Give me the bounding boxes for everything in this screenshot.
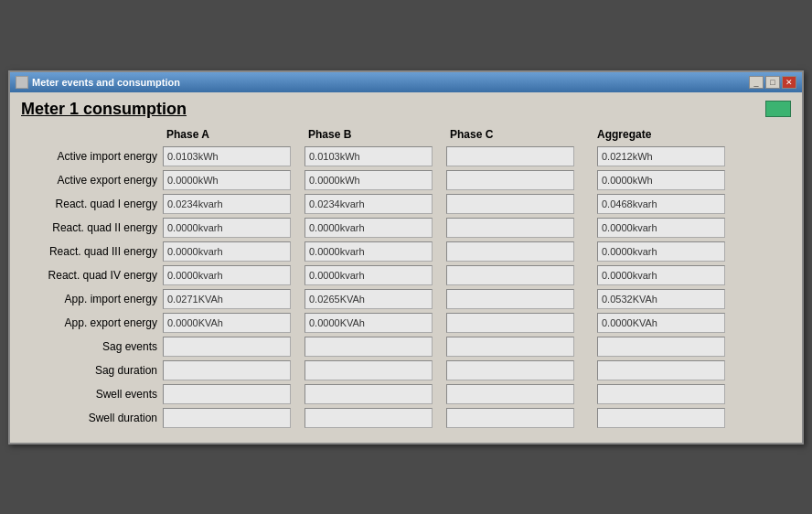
phase-a-input[interactable] bbox=[163, 313, 291, 333]
status-indicator bbox=[765, 101, 791, 117]
aggregate-cell bbox=[588, 313, 791, 333]
phase-b-input[interactable] bbox=[304, 360, 433, 380]
phase-c-input[interactable] bbox=[446, 241, 574, 262]
phase-b-input[interactable] bbox=[304, 384, 433, 404]
phase-c-input[interactable] bbox=[446, 265, 574, 285]
phase-a-header: Phase A bbox=[163, 126, 304, 143]
table-row: Sag events bbox=[21, 337, 791, 357]
row-label: Active export energy bbox=[21, 174, 163, 187]
aggregate-input[interactable] bbox=[597, 360, 725, 380]
phase-a-input[interactable] bbox=[163, 289, 291, 309]
phase-a-cell bbox=[163, 146, 304, 166]
phase-a-input[interactable] bbox=[163, 360, 291, 380]
phase-c-input[interactable] bbox=[446, 360, 574, 380]
phase-a-input[interactable] bbox=[163, 265, 291, 285]
table-row: Active export energy bbox=[21, 170, 791, 190]
phase-b-input[interactable] bbox=[304, 313, 433, 333]
phase-c-cell bbox=[446, 384, 588, 404]
phase-b-cell bbox=[304, 241, 446, 262]
phase-a-input[interactable] bbox=[163, 337, 291, 357]
aggregate-input[interactable] bbox=[597, 289, 725, 309]
aggregate-cell bbox=[588, 146, 791, 166]
main-window: Meter events and consumption _ □ ✕ Meter… bbox=[8, 70, 804, 444]
window-title: Meter events and consumption bbox=[32, 77, 180, 88]
phase-c-input[interactable] bbox=[446, 146, 574, 166]
phase-b-input[interactable] bbox=[304, 170, 433, 190]
phase-b-cell bbox=[304, 313, 446, 333]
phase-b-input[interactable] bbox=[304, 194, 433, 214]
phase-a-cell bbox=[163, 408, 304, 428]
phase-c-input[interactable] bbox=[446, 218, 574, 238]
header-row: Meter 1 consumption bbox=[21, 100, 791, 119]
phase-a-input[interactable] bbox=[163, 408, 291, 428]
phase-c-cell bbox=[446, 360, 588, 380]
minimize-button[interactable]: _ bbox=[749, 76, 764, 89]
phase-b-cell bbox=[304, 360, 446, 380]
phase-b-input[interactable] bbox=[304, 337, 433, 357]
phase-c-input[interactable] bbox=[446, 313, 574, 333]
phase-c-input[interactable] bbox=[446, 289, 574, 309]
aggregate-input[interactable] bbox=[597, 313, 725, 333]
phase-a-input[interactable] bbox=[163, 218, 291, 238]
phase-c-cell bbox=[446, 170, 588, 190]
phase-b-input[interactable] bbox=[304, 241, 433, 262]
aggregate-input[interactable] bbox=[597, 194, 725, 214]
maximize-button[interactable]: □ bbox=[765, 76, 780, 89]
aggregate-cell bbox=[588, 241, 791, 262]
phase-c-input[interactable] bbox=[446, 384, 574, 404]
phase-c-cell bbox=[446, 265, 588, 285]
phase-b-cell bbox=[304, 384, 446, 404]
phase-b-input[interactable] bbox=[304, 146, 433, 166]
phase-a-cell bbox=[163, 194, 304, 214]
phase-a-input[interactable] bbox=[163, 146, 291, 166]
title-bar-left: Meter events and consumption bbox=[16, 76, 180, 89]
row-label: React. quad IV energy bbox=[21, 269, 163, 282]
phase-b-input[interactable] bbox=[304, 408, 433, 428]
row-label: Swell duration bbox=[21, 412, 163, 424]
phase-c-cell bbox=[446, 146, 588, 166]
row-label: App. import energy bbox=[21, 293, 163, 305]
phase-a-input[interactable] bbox=[163, 384, 291, 404]
phase-c-input[interactable] bbox=[446, 408, 574, 428]
close-button[interactable]: ✕ bbox=[782, 76, 796, 89]
phase-b-header: Phase B bbox=[304, 126, 446, 143]
aggregate-input[interactable] bbox=[597, 170, 725, 190]
phase-a-cell bbox=[163, 289, 304, 309]
table-row: React. quad II energy bbox=[21, 218, 791, 238]
phase-b-cell bbox=[304, 289, 446, 309]
rows-container: Active import energy Active export energ… bbox=[21, 146, 791, 428]
phase-b-input[interactable] bbox=[304, 289, 433, 309]
aggregate-input[interactable] bbox=[597, 384, 725, 404]
aggregate-cell bbox=[588, 337, 791, 357]
aggregate-input[interactable] bbox=[597, 218, 725, 238]
aggregate-input[interactable] bbox=[597, 337, 725, 357]
phase-c-cell bbox=[446, 313, 588, 333]
phase-a-input[interactable] bbox=[163, 170, 291, 190]
phase-b-input[interactable] bbox=[304, 218, 433, 238]
aggregate-input[interactable] bbox=[597, 241, 725, 262]
table-row: React. quad IV energy bbox=[21, 265, 791, 285]
phase-a-input[interactable] bbox=[163, 194, 291, 214]
row-label: Sag duration bbox=[21, 364, 163, 377]
phase-a-input[interactable] bbox=[163, 241, 291, 262]
phase-b-input[interactable] bbox=[304, 265, 433, 285]
phase-c-cell bbox=[446, 241, 588, 262]
table-row: Swell duration bbox=[21, 408, 791, 428]
phase-a-cell bbox=[163, 384, 304, 404]
table-row: App. export energy bbox=[21, 313, 791, 333]
phase-c-header: Phase C bbox=[446, 126, 588, 143]
phase-b-cell bbox=[304, 265, 446, 285]
phase-c-input[interactable] bbox=[446, 170, 574, 190]
phase-c-input[interactable] bbox=[446, 194, 574, 214]
phase-b-cell bbox=[304, 146, 446, 166]
phase-b-cell bbox=[304, 408, 446, 428]
aggregate-input[interactable] bbox=[597, 408, 725, 428]
title-bar-buttons: _ □ ✕ bbox=[749, 76, 796, 89]
phase-a-cell bbox=[163, 360, 304, 380]
table-row: Swell events bbox=[21, 384, 791, 404]
table-row: Sag duration bbox=[21, 360, 791, 380]
aggregate-header: Aggregate bbox=[588, 126, 730, 143]
aggregate-input[interactable] bbox=[597, 265, 725, 285]
phase-c-input[interactable] bbox=[446, 337, 574, 357]
aggregate-input[interactable] bbox=[597, 146, 725, 166]
